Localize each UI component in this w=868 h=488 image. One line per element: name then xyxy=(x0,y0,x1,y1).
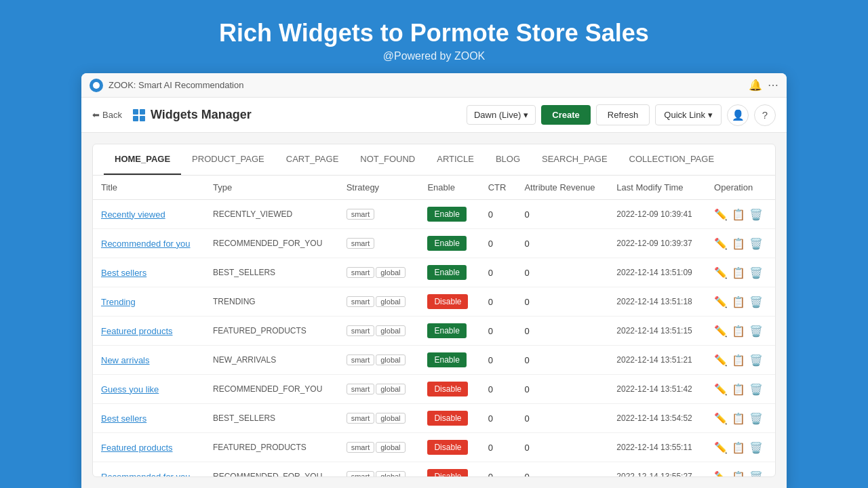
copy-icon[interactable]: 📋 xyxy=(732,441,745,454)
status-button[interactable]: Disable xyxy=(427,469,468,476)
status-button[interactable]: Enable xyxy=(427,207,466,222)
copy-icon[interactable]: 📋 xyxy=(732,412,745,425)
row-status[interactable]: Disable xyxy=(419,404,479,433)
row-title-link[interactable]: Featured products xyxy=(101,326,173,336)
user-icon-button[interactable]: 👤 xyxy=(727,104,749,126)
row-ctr: 0 xyxy=(480,346,517,375)
strategy-tag: smart xyxy=(347,413,375,424)
status-button[interactable]: Disable xyxy=(427,294,468,309)
row-status[interactable]: Enable xyxy=(419,317,479,346)
operation-icons: ✏️ 📋 🗑️ xyxy=(714,325,767,338)
delete-icon[interactable]: 🗑️ xyxy=(749,325,763,338)
tab-home_page[interactable]: HOME_PAGE xyxy=(104,144,181,175)
row-type: RECOMMENDED_FOR_YOU xyxy=(205,375,338,404)
tab-collection_page[interactable]: COLLECTION_PAGE xyxy=(618,144,725,175)
copy-icon[interactable]: 📋 xyxy=(732,296,745,308)
app-navbar: ⬅ Back Widgets Manager Dawn (Live) ▾ Cre… xyxy=(81,98,787,133)
row-title-link[interactable]: Recently viewed xyxy=(101,209,165,220)
user-icon: 👤 xyxy=(732,109,745,121)
row-title-link[interactable]: Featured products xyxy=(101,443,173,453)
tab-search_page[interactable]: SEARCH_PAGE xyxy=(531,144,618,175)
tab-product_page[interactable]: PRODUCT_PAGE xyxy=(181,144,275,175)
edit-icon[interactable]: ✏️ xyxy=(714,470,728,477)
status-button[interactable]: Disable xyxy=(427,411,468,426)
status-button[interactable]: Enable xyxy=(427,236,466,251)
copy-icon[interactable]: 📋 xyxy=(732,325,745,338)
row-title-link[interactable]: Best sellers xyxy=(101,413,146,424)
col-header-enable: Enable xyxy=(419,176,479,200)
status-button[interactable]: Enable xyxy=(427,352,466,367)
tab-blog[interactable]: BLOG xyxy=(485,144,531,175)
copy-icon[interactable]: 📋 xyxy=(732,470,745,477)
strategy-tag: smart xyxy=(347,325,375,336)
page-main-title: Rich Widgets to Pormote Store Sales xyxy=(219,19,649,47)
row-status[interactable]: Enable xyxy=(419,258,479,287)
col-header-operation: Operation xyxy=(706,176,775,200)
strategy-tag: smart xyxy=(347,442,375,453)
row-title-link[interactable]: Guess you like xyxy=(101,384,159,394)
edit-icon[interactable]: ✏️ xyxy=(714,208,728,221)
status-button[interactable]: Enable xyxy=(427,265,466,280)
edit-icon[interactable]: ✏️ xyxy=(714,383,728,396)
row-title-link[interactable]: Best sellers xyxy=(101,268,146,278)
row-title-link[interactable]: Recommended for you xyxy=(101,472,191,477)
back-label: Back xyxy=(102,110,122,120)
status-button[interactable]: Disable xyxy=(427,440,468,455)
back-button[interactable]: ⬅ Back xyxy=(92,110,122,120)
row-type: BEST_SELLERS xyxy=(205,258,338,287)
table-row: Best sellersBEST_SELLERSsmartglobalDisab… xyxy=(93,404,775,433)
bell-icon[interactable]: 🔔 xyxy=(749,79,762,92)
row-status[interactable]: Disable xyxy=(419,462,479,477)
edit-icon[interactable]: ✏️ xyxy=(714,441,728,454)
status-button[interactable]: Disable xyxy=(427,382,468,396)
copy-icon[interactable]: 📋 xyxy=(732,354,745,367)
status-button[interactable]: Enable xyxy=(427,323,466,338)
row-status[interactable]: Enable xyxy=(419,346,479,375)
copy-icon[interactable]: 📋 xyxy=(732,383,745,396)
row-revenue: 0 xyxy=(516,404,608,433)
create-button[interactable]: Create xyxy=(541,105,590,125)
back-icon: ⬅ xyxy=(92,110,100,120)
copy-icon[interactable]: 📋 xyxy=(732,208,745,221)
delete-icon[interactable]: 🗑️ xyxy=(749,441,763,454)
edit-icon[interactable]: ✏️ xyxy=(714,354,728,367)
delete-icon[interactable]: 🗑️ xyxy=(749,296,763,308)
edit-icon[interactable]: ✏️ xyxy=(714,266,728,279)
app-content: HOME_PAGEPRODUCT_PAGECART_PAGENOT_FOUNDA… xyxy=(81,133,787,488)
quicklink-button[interactable]: Quick Link ▾ xyxy=(655,104,722,125)
row-status[interactable]: Disable xyxy=(419,433,479,462)
delete-icon[interactable]: 🗑️ xyxy=(749,412,763,425)
row-title-link[interactable]: New arrivals xyxy=(101,355,150,365)
edit-icon[interactable]: ✏️ xyxy=(714,412,728,425)
store-selector[interactable]: Dawn (Live) ▾ xyxy=(467,105,536,125)
copy-icon[interactable]: 📋 xyxy=(732,237,745,250)
row-title-link[interactable]: Trending xyxy=(101,297,136,307)
edit-icon[interactable]: ✏️ xyxy=(714,325,728,338)
operation-icons: ✏️ 📋 🗑️ xyxy=(714,441,767,454)
tab-not_found[interactable]: NOT_FOUND xyxy=(349,144,426,175)
help-icon-button[interactable]: ? xyxy=(754,104,776,126)
copy-icon[interactable]: 📋 xyxy=(732,266,745,279)
row-status[interactable]: Disable xyxy=(419,375,479,404)
row-ctr: 0 xyxy=(480,287,517,317)
refresh-button[interactable]: Refresh xyxy=(596,104,650,125)
delete-icon[interactable]: 🗑️ xyxy=(749,383,763,396)
row-status[interactable]: Enable xyxy=(419,200,479,229)
row-status[interactable]: Disable xyxy=(419,287,479,317)
edit-icon[interactable]: ✏️ xyxy=(714,237,728,250)
row-title-link[interactable]: Recommended for you xyxy=(101,239,191,249)
row-ctr: 0 xyxy=(480,258,517,287)
delete-icon[interactable]: 🗑️ xyxy=(749,237,763,250)
table-container[interactable]: TitleTypeStrategyEnableCTRAttribute Reve… xyxy=(93,176,775,476)
more-icon[interactable]: ⋯ xyxy=(768,79,778,92)
row-strategy: smart xyxy=(338,229,420,258)
delete-icon[interactable]: 🗑️ xyxy=(749,266,763,279)
row-status[interactable]: Enable xyxy=(419,229,479,258)
delete-icon[interactable]: 🗑️ xyxy=(749,470,763,477)
tab-article[interactable]: ARTICLE xyxy=(426,144,485,175)
edit-icon[interactable]: ✏️ xyxy=(714,296,728,308)
row-revenue: 0 xyxy=(516,346,608,375)
delete-icon[interactable]: 🗑️ xyxy=(749,354,763,367)
delete-icon[interactable]: 🗑️ xyxy=(749,208,763,221)
tab-cart_page[interactable]: CART_PAGE xyxy=(275,144,350,175)
